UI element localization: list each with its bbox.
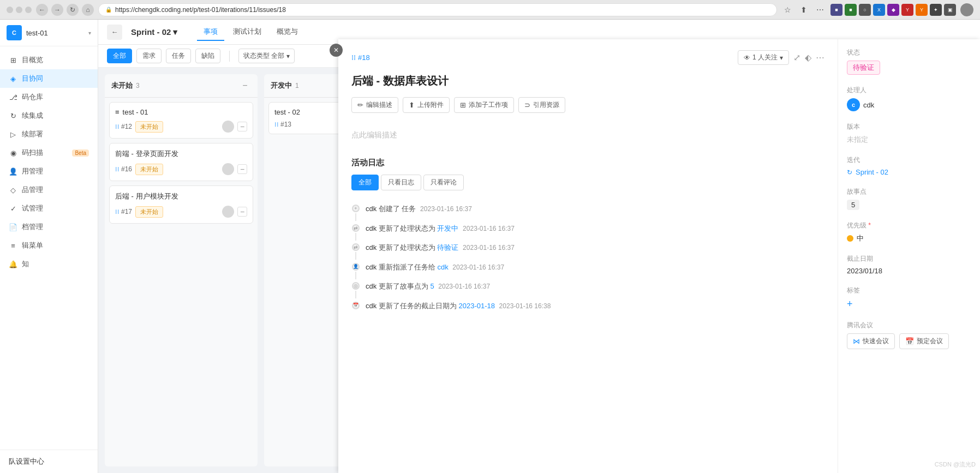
filter-requirement-button[interactable]: 需求: [136, 49, 162, 63]
watch-count-text: 1 人关注: [752, 53, 778, 62]
detail-activity: 活动日志 全部 只看日志 只看评论 + cdk: [351, 158, 824, 315]
deploy-icon: ▷: [9, 130, 17, 139]
column-not-started-body: ≡ test - 01 ⁞⁞ #12 未开始 −: [105, 98, 258, 466]
sidebar-item-product[interactable]: ◇ 品管理: [0, 181, 98, 199]
cite-button[interactable]: ⊃ 引用资源: [518, 97, 565, 113]
browser-dot-2: [16, 7, 22, 13]
story-points-value-container[interactable]: 5: [847, 200, 971, 210]
ext-8[interactable]: ✦: [930, 4, 942, 16]
browser-dot-3: [25, 7, 32, 13]
activity-tab-comment[interactable]: 只看评论: [423, 175, 464, 190]
ext-3[interactable]: ○: [859, 4, 871, 16]
schedule-meeting-button[interactable]: 📅 预定会议: [899, 333, 949, 349]
status-badge[interactable]: 待验证: [847, 61, 880, 75]
ext-7[interactable]: Y: [916, 4, 928, 16]
cite-label: 引用资源: [533, 100, 559, 110]
sidebar-item-doc[interactable]: 📄 档管理: [0, 218, 98, 236]
sidebar-dropdown-icon[interactable]: ▾: [88, 30, 91, 36]
sidebar-item-ci[interactable]: ↻ 续集成: [0, 106, 98, 125]
task-status-12: 未开始: [135, 121, 163, 133]
browser-bookmark-button[interactable]: ☆: [781, 4, 793, 16]
back-icon: ←: [111, 28, 118, 36]
sidebar-item-scan[interactable]: ◉ 码扫描 Beta: [0, 143, 98, 162]
sidebar-item-overview[interactable]: ⊞ 目概览: [0, 51, 98, 69]
assignee-row[interactable]: c cdk: [847, 98, 971, 111]
tab-test-plan[interactable]: 测试计划: [226, 23, 268, 41]
detail-more-button[interactable]: ⋯: [816, 52, 824, 63]
browser-url-bar[interactable]: 🔒 https://chengdk.coding.net/p/test-01/i…: [98, 3, 777, 16]
upload-button[interactable]: ⬆ 上传附件: [403, 97, 450, 113]
task-minus-16[interactable]: −: [237, 164, 247, 174]
browser-back-button[interactable]: ←: [36, 4, 48, 16]
tab-overview[interactable]: 概览与: [270, 23, 304, 41]
sidebar-item-notify[interactable]: 🔔 知: [0, 255, 98, 273]
task-card-12[interactable]: ≡ test - 01 ⁞⁞ #12 未开始 −: [109, 102, 253, 139]
iteration-row[interactable]: ↻ Sprint - 02: [847, 168, 971, 176]
task-minus-17[interactable]: −: [237, 207, 247, 217]
ext-6[interactable]: Y: [901, 4, 913, 16]
detail-panel: ✕ ⁞⁞ #18 👁 1 人关注 ▾ ⤢ ⬖ ⋯: [338, 39, 980, 473]
tab-issues[interactable]: 事项: [197, 23, 224, 41]
version-value[interactable]: 未指定: [847, 135, 971, 145]
ext-9[interactable]: ▣: [944, 4, 956, 16]
task-id-13-icon: ⁞⁞: [274, 121, 279, 128]
sidebar-item-collab-label: 目协同: [22, 74, 43, 83]
browser-user-avatar[interactable]: [960, 3, 973, 16]
browser-share-button[interactable]: ⬆: [798, 4, 810, 16]
ext-4[interactable]: X: [873, 4, 885, 16]
sprint-back-button[interactable]: ←: [107, 25, 122, 40]
ext-1[interactable]: ■: [830, 4, 842, 16]
detail-close-button[interactable]: ✕: [330, 44, 343, 57]
detail-header-actions: 👁 1 人关注 ▾ ⤢ ⬖ ⋯: [738, 50, 824, 65]
filter-bug-button[interactable]: 缺陷: [195, 49, 220, 63]
desc-placeholder[interactable]: 点此编辑描述: [351, 124, 824, 147]
task-card-16-title-text: 前端 - 登录页面开发: [115, 149, 178, 159]
activity-item-3: ⇄ cdk 更新了处理状态为 待验证 2023-01-16 16:37: [351, 238, 824, 258]
browser-more-button[interactable]: ⋯: [814, 4, 826, 16]
browser-refresh-button[interactable]: ↻: [67, 4, 79, 16]
edit-desc-button[interactable]: ✏ 编辑描述: [351, 97, 398, 113]
ext-5[interactable]: ◆: [887, 4, 899, 16]
ext-2[interactable]: ■: [845, 4, 857, 16]
filter-all-button[interactable]: 全部: [107, 49, 132, 63]
act3-user: cdk: [366, 243, 377, 252]
browser-dots: [7, 7, 32, 13]
sidebar-item-deploy[interactable]: ▷ 续部署: [0, 125, 98, 143]
add-sub-button[interactable]: ⊞ 添加子工作项: [454, 97, 514, 113]
detail-actions: ✏ 编辑描述 ⬆ 上传附件 ⊞ 添加子工作项 ⊃ 引用资源: [351, 97, 824, 113]
task-card-16[interactable]: 前端 - 登录页面开发 ⁞⁞ #16 未开始 −: [109, 143, 253, 181]
detail-watch-button[interactable]: 👁 1 人关注 ▾: [738, 50, 789, 65]
iteration-value: Sprint - 02: [856, 168, 888, 176]
quick-meeting-button[interactable]: ⋈ 快速会议: [847, 333, 895, 349]
priority-row[interactable]: 中: [847, 233, 971, 243]
sidebar-item-repo-label: 码仓库: [22, 92, 43, 102]
column-not-started-collapse[interactable]: −: [239, 80, 251, 92]
sidebar-item-collab[interactable]: ◈ 目协同: [0, 69, 98, 88]
task-minus-12[interactable]: −: [237, 122, 247, 131]
activity-tab-all[interactable]: 全部: [351, 175, 379, 190]
tag-add-button[interactable]: +: [847, 298, 853, 309]
detail-expand-button[interactable]: ⤢: [793, 52, 800, 63]
sprint-dropdown-icon[interactable]: ▾: [173, 27, 177, 37]
task-status-16: 未开始: [135, 164, 163, 175]
detail-main: ⁞⁞ #18 👁 1 人关注 ▾ ⤢ ⬖ ⋯ 后端 - 数据库表设计: [338, 39, 838, 473]
sidebar-item-user[interactable]: 👤 用管理: [0, 162, 98, 181]
activity-title: 活动日志: [351, 158, 824, 168]
sidebar-item-deploy-label: 续部署: [22, 129, 43, 139]
deadline-value[interactable]: 2023/01/18: [847, 267, 971, 275]
sidebar-item-test[interactable]: ✓ 试管理: [0, 199, 98, 218]
act4-icon: 👤: [352, 263, 360, 271]
filter-status-dropdown[interactable]: 状态类型 全部 ▾: [238, 49, 295, 63]
act6-value: 2023-01-18: [458, 302, 495, 310]
activity-tab-log[interactable]: 只看日志: [381, 175, 421, 190]
browser-home-button[interactable]: ⌂: [82, 4, 94, 16]
sidebar-bottom[interactable]: 队设置中心: [0, 450, 98, 473]
task-card-17[interactable]: 后端 - 用户模块开发 ⁞⁞ #17 未开始 −: [109, 185, 253, 224]
detail-share-button[interactable]: ⬖: [805, 52, 811, 63]
filter-task-button[interactable]: 任务: [166, 49, 191, 63]
sidebar-item-repo[interactable]: ⎇ 码仓库: [0, 88, 98, 106]
status-value: 待验证: [847, 61, 971, 75]
browser-forward-button[interactable]: →: [51, 4, 63, 16]
sidebar-item-wiki[interactable]: ≡ 辑菜单: [0, 236, 98, 255]
act5-action: 更新了故事点为: [379, 282, 431, 290]
